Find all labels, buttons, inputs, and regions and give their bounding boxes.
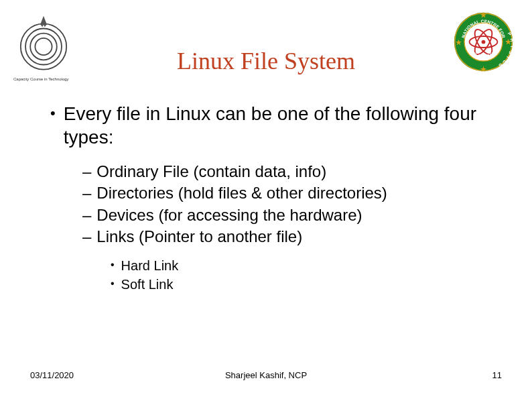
dash-icon: – — [82, 182, 91, 204]
ncp-seal-icon: NATIONAL CENTRE FOR · ISLAMABAD · P H Y … — [452, 10, 515, 74]
footer: 03/11/2020 Sharjeel Kashif, NCP 11 — [0, 370, 532, 380]
sub-item: – Links (Pointer to another file) — [82, 226, 482, 247]
footer-page-number: 11 — [492, 370, 502, 380]
sub-sub-list: • Hard Link • Soft Link — [50, 256, 482, 294]
sub-item: – Devices (for accessing the hardware) — [82, 205, 482, 226]
sub-sub-item: • Soft Link — [111, 275, 482, 294]
sub-item: – Ordinary File (contain data, info) — [82, 161, 482, 182]
svg-point-3 — [35, 38, 52, 55]
sub-item-text: Directories (hold files & other director… — [96, 182, 387, 204]
svg-point-11 — [482, 40, 486, 44]
main-bullet: • Every file in Linux can be one of the … — [50, 102, 482, 149]
bullet-dot-icon: • — [111, 275, 115, 294]
sub-sub-item: • Hard Link — [111, 256, 482, 275]
bullet-dot-icon: • — [111, 256, 115, 275]
sub-sub-item-text: Hard Link — [121, 256, 179, 275]
content-area: • Every file in Linux can be one of the … — [0, 102, 532, 294]
sub-item: – Directories (hold files & other direct… — [82, 182, 482, 204]
sub-sub-item-text: Soft Link — [121, 275, 174, 294]
sub-item-text: Links (Pointer to another file) — [96, 226, 302, 247]
dash-icon: – — [82, 205, 91, 226]
slide: Capacity Course in Technology NATIONAL C — [0, 0, 532, 399]
svg-point-0 — [21, 23, 66, 69]
bullet-dot-icon: • — [50, 102, 56, 149]
svg-text:Y: Y — [510, 45, 515, 48]
concentric-logo-icon — [13, 13, 74, 74]
dash-icon: – — [82, 161, 91, 182]
logo-left: Capacity Course in Technology — [13, 13, 74, 74]
svg-point-2 — [30, 34, 57, 60]
footer-date: 03/11/2020 — [30, 370, 74, 380]
logo-left-caption: Capacity Course in Technology — [13, 77, 74, 81]
logo-right: NATIONAL CENTRE FOR · ISLAMABAD · P H Y … — [452, 10, 515, 74]
sub-item-text: Devices (for accessing the hardware) — [96, 205, 362, 226]
sub-list: – Ordinary File (contain data, info) – D… — [50, 161, 482, 248]
dash-icon: – — [82, 226, 91, 247]
svg-text:H: H — [509, 38, 515, 42]
footer-author: Sharjeel Kashif, NCP — [225, 370, 307, 380]
main-bullet-text: Every file in Linux can be one of the fo… — [64, 102, 482, 149]
sub-item-text: Ordinary File (contain data, info) — [96, 161, 326, 182]
